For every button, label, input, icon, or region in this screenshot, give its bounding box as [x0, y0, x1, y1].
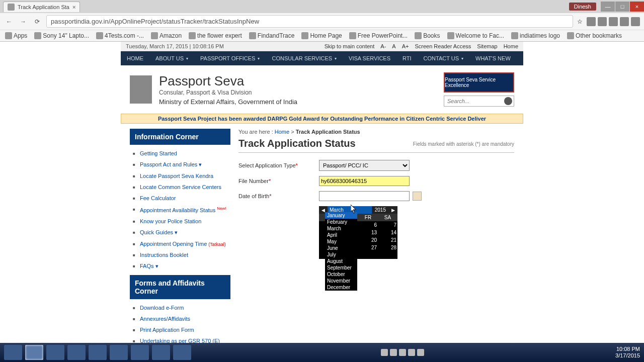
bookmark-item[interactable]: indiatimes logo	[511, 32, 560, 39]
bookmark-item[interactable]: Welcome to Fac...	[447, 32, 504, 39]
tray-icon[interactable]	[381, 349, 388, 356]
nav-item[interactable]: HOME	[121, 51, 149, 65]
home-link[interactable]: Home	[504, 43, 518, 49]
nav-item[interactable]: ABOUT US	[149, 51, 194, 65]
bookmark-item[interactable]: Free PowerPoint...	[349, 32, 408, 39]
day-cell[interactable]	[378, 251, 397, 259]
app-icon[interactable]	[110, 345, 128, 360]
month-option[interactable]: November	[325, 278, 357, 284]
day-cell[interactable]: 21	[378, 236, 397, 244]
sidebar-item[interactable]: Instructions Booklet	[130, 249, 230, 260]
month-option[interactable]: April	[325, 232, 357, 238]
close-button[interactable]: ×	[630, 2, 644, 12]
nav-item[interactable]: PASSPORT OFFICES	[194, 51, 266, 65]
explorer-icon[interactable]	[4, 345, 22, 360]
skip-link[interactable]: Skip to main content	[325, 43, 375, 49]
month-option[interactable]: May	[325, 238, 357, 245]
back-button[interactable]: ←	[4, 17, 14, 27]
month-option[interactable]: October	[325, 271, 357, 278]
app-icon[interactable]	[46, 345, 64, 360]
app-icon[interactable]	[152, 345, 170, 360]
sitemap-link[interactable]: Sitemap	[477, 43, 497, 49]
reload-button[interactable]: ⟳	[32, 17, 42, 27]
url-input[interactable]: passportindia.gov.in/AppOnlineProject/st…	[46, 15, 573, 28]
sidebar-item[interactable]: Print Application Form	[130, 324, 230, 335]
app-icon[interactable]	[131, 345, 149, 360]
bookmark-item[interactable]: the flower expert	[189, 32, 242, 39]
sidebar-item[interactable]: Appointment Opening Time (Tatkaal)	[130, 238, 230, 249]
app-icon[interactable]	[173, 345, 191, 360]
tab-close-icon[interactable]: ×	[72, 4, 75, 10]
ext-icon[interactable]	[587, 17, 596, 26]
month-option[interactable]: December	[325, 284, 357, 291]
month-option[interactable]: August	[325, 258, 357, 264]
month-option[interactable]: February	[325, 219, 357, 225]
chrome-icon[interactable]	[25, 345, 43, 360]
month-option[interactable]: January	[325, 212, 357, 219]
tray-icon[interactable]	[390, 349, 397, 356]
sidebar-item[interactable]: Quick Guides ▾	[130, 227, 230, 238]
tray-icon[interactable]	[417, 349, 424, 356]
day-cell[interactable]: 28	[378, 244, 397, 251]
ext-icon[interactable]	[598, 17, 607, 26]
maximize-button[interactable]: □	[615, 2, 629, 12]
site-search-input[interactable]	[444, 96, 514, 107]
calendar-icon[interactable]	[413, 192, 422, 201]
ext-icon[interactable]	[609, 17, 618, 26]
profile-badge[interactable]: Dinesh	[569, 3, 596, 11]
app-type-select[interactable]: Passport/ PCC/ IC	[319, 160, 410, 171]
tray-icon[interactable]	[408, 349, 415, 356]
dob-input[interactable]	[319, 191, 410, 201]
font-dec[interactable]: A-	[380, 43, 386, 49]
day-cell[interactable]: 13	[358, 229, 378, 236]
nav-item[interactable]: CONTACT US	[418, 51, 470, 65]
screen-reader-link[interactable]: Screen Reader Access	[415, 43, 471, 49]
day-cell[interactable]: 27	[358, 244, 378, 251]
sidebar-item[interactable]: Know your Police Station	[130, 216, 230, 227]
day-cell[interactable]: 20	[358, 236, 378, 244]
month-option[interactable]: June	[325, 245, 357, 251]
year-display[interactable]: 2015	[372, 206, 389, 214]
font-base[interactable]: A	[392, 43, 395, 49]
bookmark-item[interactable]: Home Page	[301, 32, 342, 39]
sidebar-item[interactable]: Fee Calculator	[130, 193, 230, 204]
day-cell[interactable]: 6	[358, 221, 378, 229]
sidebar-item[interactable]: Annexures/Affidavits	[130, 313, 230, 324]
sidebar-item[interactable]: Locate Common Service Centers	[130, 182, 230, 193]
month-option[interactable]: March	[325, 225, 357, 232]
sidebar-item[interactable]: Getting Started	[130, 148, 230, 159]
bookmark-item[interactable]: Other bookmarks	[567, 32, 622, 39]
tray-icon[interactable]	[399, 349, 406, 356]
month-option[interactable]: September	[325, 264, 357, 271]
star-icon[interactable]: ☆	[577, 18, 583, 25]
nav-item[interactable]: RTI	[396, 51, 418, 65]
day-cell[interactable]: 14	[378, 229, 397, 236]
file-number-input[interactable]	[319, 176, 410, 186]
month-option[interactable]: July	[325, 251, 357, 258]
sidebar-item[interactable]: Download e-Form	[130, 302, 230, 313]
sidebar-item[interactable]: Passport Act and Rules ▾	[130, 159, 230, 170]
font-inc[interactable]: A+	[402, 43, 409, 49]
nav-item[interactable]: VISA SERVICES	[343, 51, 396, 65]
ext-icon[interactable]	[620, 17, 629, 26]
next-month-button[interactable]: ▶	[389, 207, 397, 214]
app-icon[interactable]	[67, 345, 86, 360]
nav-item[interactable]: WHAT'S NEW	[469, 51, 517, 65]
sidebar-item[interactable]: Appointment Availability Status New!	[130, 204, 230, 216]
taskbar-clock[interactable]: 10:08 PM3/17/2015	[615, 346, 640, 359]
bookmark-item[interactable]: 4Tests.com -...	[96, 32, 144, 39]
menu-icon[interactable]	[631, 17, 640, 26]
day-cell[interactable]	[358, 251, 378, 259]
sidebar-item[interactable]: Locate Passport Seva Kendra	[130, 170, 230, 182]
nav-item[interactable]: CONSULAR SERVICES	[266, 51, 343, 65]
minimize-button[interactable]: —	[601, 2, 615, 12]
bookmark-item[interactable]: Sony 14" Lapto...	[34, 32, 89, 39]
sidebar-item[interactable]: FAQs ▾	[130, 260, 230, 272]
bookmark-item[interactable]: Books	[415, 32, 440, 39]
day-cell[interactable]: 7	[378, 221, 397, 229]
bookmark-item[interactable]: FindandTrace	[249, 32, 295, 39]
bookmark-item[interactable]: Amazon	[151, 32, 182, 39]
app-icon[interactable]	[89, 345, 107, 360]
forward-button[interactable]: →	[18, 17, 28, 27]
breadcrumb-home[interactable]: Home	[275, 129, 289, 135]
